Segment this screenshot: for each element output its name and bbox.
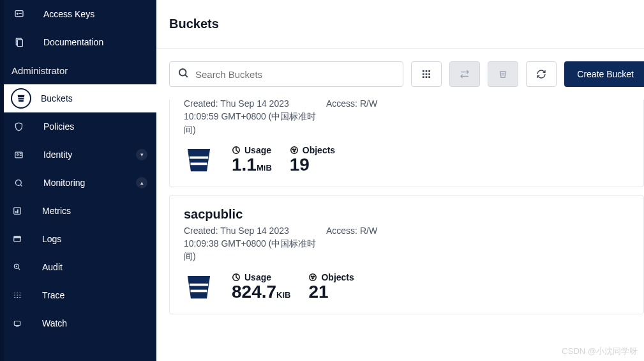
page-title: Buckets — [169, 17, 219, 31]
svg-rect-22 — [426, 76, 428, 78]
metrics-icon — [13, 206, 42, 215]
shield-icon — [14, 122, 43, 132]
bucket-name: sacpublic — [184, 207, 629, 222]
sidebar-label: Metrics — [42, 206, 156, 216]
page-header: Buckets — [156, 0, 644, 49]
sidebar-item-trace[interactable]: Trace — [0, 281, 156, 309]
bucket-created: Created: Thu Sep 14 2023 10:09:38 GMT+08… — [184, 224, 326, 263]
sidebar-item-audit[interactable]: Audit — [0, 253, 156, 281]
usage-stat: Usage 824.7KiB — [232, 272, 290, 302]
svg-point-32 — [313, 276, 315, 277]
svg-point-33 — [313, 278, 314, 279]
sidebar-item-watch[interactable]: Watch — [0, 309, 156, 337]
sidebar-label: Logs — [42, 234, 156, 244]
sidebar-label: Monitoring — [43, 178, 136, 188]
svg-point-6 — [16, 180, 22, 185]
watch-icon — [13, 319, 42, 328]
logs-icon — [13, 234, 42, 243]
audit-icon — [13, 263, 42, 272]
objects-icon — [308, 273, 317, 282]
sidebar-item-access-keys[interactable]: Access Keys — [0, 0, 156, 28]
objects-icon — [290, 146, 299, 155]
svg-rect-20 — [429, 73, 431, 75]
svg-point-25 — [291, 147, 298, 154]
svg-rect-8 — [15, 211, 17, 213]
bucket-access: Access: R/W — [326, 100, 377, 136]
id-icon — [14, 150, 43, 160]
sidebar: Access Keys Documentation Administrator … — [0, 0, 156, 361]
grid-view-button[interactable] — [411, 61, 442, 87]
svg-point-5 — [17, 153, 19, 155]
key-icon — [14, 9, 43, 19]
usage-icon — [232, 273, 241, 282]
sidebar-scroll-track — [0, 0, 4, 361]
sidebar-item-identity[interactable]: Identity ▾ — [0, 141, 156, 169]
svg-point-14 — [179, 69, 186, 76]
svg-point-1 — [17, 13, 18, 14]
bucket-icon — [184, 145, 214, 175]
sidebar-section-title: Administrator — [0, 56, 156, 84]
bucket-card[interactable]: Created: Thu Sep 14 2023 10:09:59 GMT+08… — [169, 100, 644, 187]
search-input[interactable] — [195, 69, 395, 80]
objects-stat: Objects 19 — [290, 145, 335, 175]
sidebar-label: Watch — [42, 318, 156, 328]
bucket-icon — [184, 272, 214, 302]
lifecycle-button — [488, 61, 518, 87]
replication-button — [449, 61, 480, 87]
bucket-created: Created: Thu Sep 14 2023 10:09:59 GMT+08… — [184, 100, 326, 136]
sidebar-item-buckets[interactable]: Buckets — [0, 84, 156, 112]
svg-rect-23 — [429, 76, 431, 78]
sidebar-label: Identity — [43, 150, 136, 160]
svg-rect-19 — [426, 73, 428, 75]
chevron-down-icon: ▾ — [136, 149, 147, 160]
bucket-access: Access: R/W — [326, 224, 377, 263]
svg-rect-18 — [423, 73, 424, 75]
sidebar-label: Audit — [42, 262, 156, 272]
svg-rect-13 — [14, 321, 20, 326]
main-content: Buckets Create Bucket — [156, 0, 644, 361]
sidebar-item-monitoring[interactable]: Monitoring ▴ — [0, 169, 156, 197]
bucket-card[interactable]: sacpublic Created: Thu Sep 14 2023 10:09… — [169, 195, 644, 314]
sidebar-item-policies[interactable]: Policies — [0, 112, 156, 141]
objects-stat: Objects 21 — [308, 272, 354, 302]
create-bucket-button[interactable]: Create Bucket — [564, 61, 644, 87]
sidebar-label: Trace — [42, 290, 156, 300]
sidebar-item-documentation[interactable]: Documentation — [0, 28, 156, 56]
svg-point-27 — [295, 149, 296, 150]
svg-rect-17 — [429, 70, 431, 72]
sidebar-label: Buckets — [41, 93, 156, 104]
sidebar-item-metrics[interactable]: Metrics — [0, 197, 156, 225]
svg-rect-16 — [426, 70, 428, 72]
sidebar-label: Documentation — [43, 37, 156, 47]
doc-icon — [14, 37, 43, 47]
sidebar-label: Policies — [43, 121, 156, 132]
trace-icon — [13, 291, 42, 300]
svg-rect-9 — [17, 210, 19, 213]
create-bucket-label: Create Bucket — [577, 69, 634, 79]
bucket-list: Created: Thu Sep 14 2023 10:09:59 GMT+08… — [156, 100, 644, 361]
svg-rect-15 — [423, 70, 424, 72]
usage-icon — [232, 146, 241, 155]
chevron-up-icon: ▴ — [136, 177, 147, 188]
search-icon — [177, 67, 189, 81]
svg-rect-3 — [17, 40, 22, 47]
bucket-icon — [11, 88, 31, 109]
svg-point-31 — [311, 276, 313, 277]
refresh-button[interactable] — [526, 61, 557, 87]
usage-stat: Usage 1.1MiB — [232, 145, 272, 175]
search-input-wrapper[interactable] — [169, 61, 403, 87]
toolbar: Create Bucket — [156, 49, 644, 100]
svg-point-30 — [310, 274, 317, 281]
svg-rect-21 — [423, 76, 424, 78]
sidebar-item-logs[interactable]: Logs — [0, 225, 156, 253]
svg-point-28 — [294, 151, 295, 152]
svg-rect-11 — [14, 236, 21, 238]
monitor-icon — [14, 178, 43, 188]
sidebar-label: Access Keys — [43, 9, 156, 19]
svg-point-26 — [292, 149, 294, 150]
